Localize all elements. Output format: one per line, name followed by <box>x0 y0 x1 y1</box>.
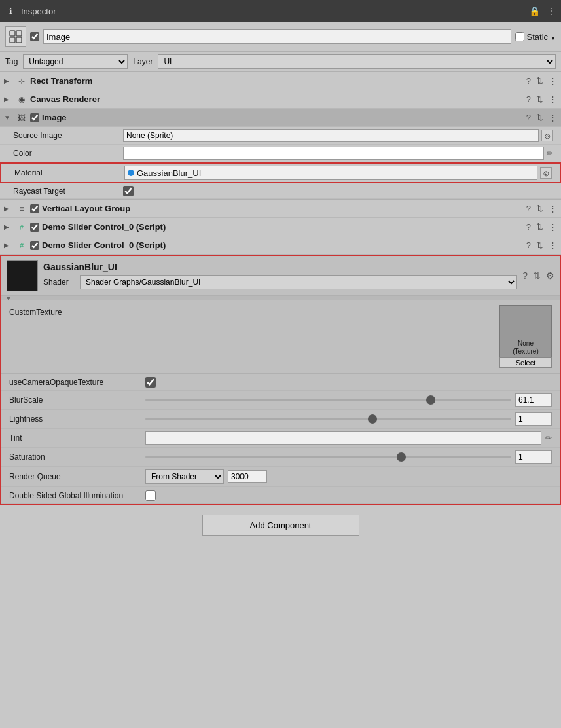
gameobject-active-checkbox[interactable] <box>30 32 39 41</box>
blur-scale-input[interactable] <box>515 393 552 407</box>
canvas-renderer-settings-icon[interactable]: ⇅ <box>536 94 543 104</box>
source-image-label: Source Image <box>13 131 118 140</box>
inspector-title: Inspector <box>21 7 524 16</box>
gaussianblur-material-section: GaussianBlur_UI Shader Shader Graphs/Gau… <box>0 255 561 505</box>
component-vertical-layout: ▶ ≡ Vertical Layout Group ? ⇅ ⋮ <box>0 200 561 218</box>
tint-edit-icon[interactable]: ✏ <box>545 433 552 443</box>
dsc2-checkbox[interactable] <box>30 241 39 250</box>
dsgi-checkbox[interactable] <box>145 490 156 501</box>
use-camera-opaque-checkbox[interactable] <box>145 377 156 388</box>
gameobject-name-input[interactable] <box>43 29 511 44</box>
color-edit-icon[interactable]: ✏ <box>547 149 553 158</box>
svg-rect-2 <box>10 37 15 43</box>
material-target-btn[interactable]: ◎ <box>540 167 552 179</box>
texture-select-button[interactable]: Select <box>499 357 552 368</box>
vlg-settings-icon[interactable]: ⇅ <box>536 204 543 213</box>
material-field[interactable]: GaussianBlur_UI <box>124 166 537 180</box>
saturation-label: Saturation <box>9 452 140 462</box>
dsc1-menu-icon[interactable]: ⋮ <box>549 222 557 232</box>
blur-scale-slider[interactable] <box>145 399 511 401</box>
material-settings-icon[interactable]: ⇅ <box>533 270 541 281</box>
shader-props: CustomTexture None (Texture) Select useC… <box>1 300 560 504</box>
add-component-button[interactable]: Add Component <box>202 515 359 536</box>
vlg-menu-icon[interactable]: ⋮ <box>549 204 557 213</box>
image-settings-icon[interactable]: ⇅ <box>536 113 543 122</box>
add-component-section: Add Component <box>0 505 561 545</box>
layer-select[interactable]: UI <box>158 54 556 69</box>
dsc2-arrow[interactable]: ▶ <box>4 242 13 249</box>
static-group: Static <box>515 32 556 42</box>
material-header-actions: ? ⇅ ⚙ <box>522 270 554 281</box>
material-value-container: GaussianBlur_UI ◎ <box>124 166 552 180</box>
canvas-renderer-help-icon[interactable]: ? <box>526 94 531 104</box>
render-queue-input[interactable] <box>228 470 267 483</box>
dsc2-help-icon[interactable]: ? <box>526 240 531 250</box>
saturation-slider[interactable] <box>145 456 511 458</box>
vlg-checkbox[interactable] <box>30 204 39 213</box>
component-demo-slider-2: ▶ # Demo Slider Control_0 (Script) ? ⇅ ⋮ <box>0 236 561 255</box>
dsc1-help-icon[interactable]: ? <box>526 222 531 232</box>
dsc1-settings-icon[interactable]: ⇅ <box>536 222 543 232</box>
tag-select[interactable]: Untagged <box>23 54 128 69</box>
saturation-input[interactable] <box>515 450 552 464</box>
render-queue-dropdown[interactable]: From Shader <box>145 469 224 484</box>
rect-transform-arrow[interactable]: ▶ <box>4 77 13 84</box>
dsc2-menu-icon[interactable]: ⋮ <box>549 240 557 250</box>
rect-transform-menu-icon[interactable]: ⋮ <box>549 76 557 86</box>
lightness-slider[interactable] <box>145 418 511 420</box>
lightness-input[interactable] <box>515 412 552 426</box>
dsc1-arrow[interactable]: ▶ <box>4 223 13 230</box>
saturation-value <box>145 450 552 464</box>
gameobject-icon <box>5 26 26 47</box>
image-menu-icon[interactable]: ⋮ <box>549 113 557 122</box>
color-value: ✏ <box>123 147 553 160</box>
image-arrow[interactable]: ▼ <box>4 114 13 121</box>
saturation-row: Saturation <box>1 448 560 467</box>
vlg-arrow[interactable]: ▶ <box>4 205 13 212</box>
lock-icon[interactable]: 🔒 <box>529 6 540 16</box>
svg-rect-1 <box>16 31 22 36</box>
menu-icon[interactable]: ⋮ <box>547 6 556 16</box>
render-queue-label: Render Queue <box>9 472 140 481</box>
static-checkbox[interactable] <box>515 32 524 41</box>
static-dropdown-arrow[interactable] <box>551 32 556 42</box>
raycast-row: Raycast Target <box>0 183 561 199</box>
source-image-target-btn[interactable]: ◎ <box>541 130 553 141</box>
raycast-checkbox[interactable] <box>123 186 134 196</box>
image-properties: Source Image ◎ Color ✏ Material Gaussian… <box>0 127 561 200</box>
texture-thumb-container: None (Texture) Select <box>499 305 552 368</box>
image-help-icon[interactable]: ? <box>526 113 531 122</box>
rect-transform-help-icon[interactable]: ? <box>526 76 531 86</box>
material-gear-icon[interactable]: ⚙ <box>546 270 554 281</box>
shader-dropdown[interactable]: Shader Graphs/GaussianBlur_UI <box>80 275 517 289</box>
lightness-thumb[interactable] <box>368 414 377 424</box>
material-label: Material <box>14 168 119 177</box>
inspector-icon: ℹ <box>5 6 16 16</box>
material-name: GaussianBlur_UI <box>137 168 201 178</box>
image-actions: ? ⇅ ⋮ <box>526 113 557 122</box>
blur-scale-thumb[interactable] <box>426 395 435 405</box>
tint-label: Tint <box>9 433 140 443</box>
material-row: Material GaussianBlur_UI ◎ <box>0 162 561 183</box>
dsc2-settings-icon[interactable]: ⇅ <box>536 240 543 250</box>
tint-color-swatch[interactable] <box>145 431 541 445</box>
image-active-checkbox[interactable] <box>30 113 39 122</box>
dsc1-checkbox[interactable] <box>30 223 39 232</box>
shader-label: Shader <box>43 278 76 287</box>
rect-transform-settings-icon[interactable]: ⇅ <box>536 76 543 86</box>
tag-label: Tag <box>5 57 18 66</box>
canvas-renderer-menu-icon[interactable]: ⋮ <box>549 94 557 104</box>
vlg-help-icon[interactable]: ? <box>526 204 531 213</box>
layer-label: Layer <box>133 57 153 66</box>
raycast-label: Raycast Target <box>13 187 118 196</box>
canvas-renderer-arrow[interactable]: ▶ <box>4 96 13 103</box>
dsc1-actions: ? ⇅ ⋮ <box>526 222 557 232</box>
color-label: Color <box>13 149 118 158</box>
material-help-icon[interactable]: ? <box>522 270 528 281</box>
source-image-input[interactable] <box>123 129 539 142</box>
color-swatch[interactable] <box>123 147 544 160</box>
tint-value: ✏ <box>145 431 552 445</box>
gameobject-row: Static <box>0 22 561 52</box>
component-rect-transform: ▶ ⊹ Rect Transform ? ⇅ ⋮ <box>0 72 561 90</box>
saturation-thumb[interactable] <box>397 452 406 462</box>
